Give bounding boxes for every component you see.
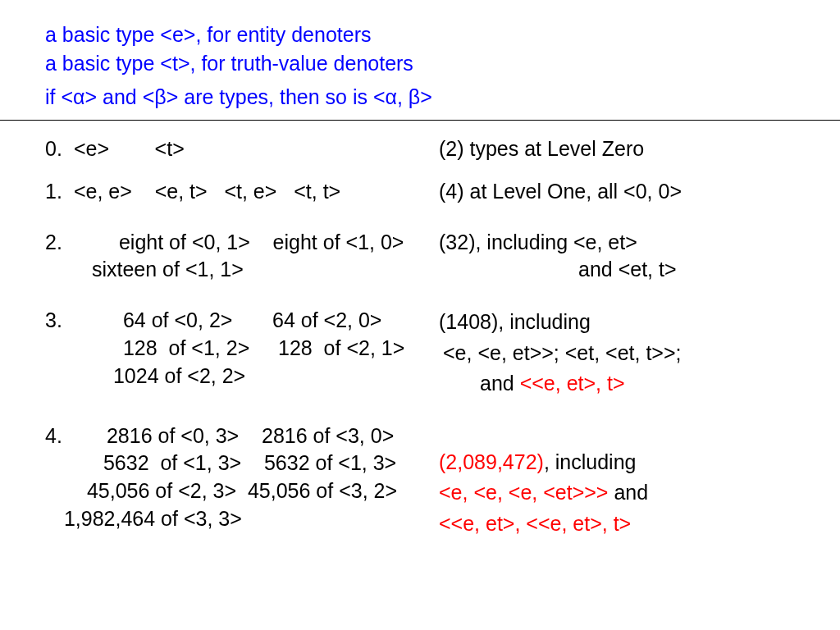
row-number: 3. (45, 307, 68, 335)
row-left-l2: 128 of <1, 2> 128 of <2, 1> (123, 335, 404, 363)
row-right-l1: (1408), including (439, 307, 795, 338)
row-right-l3-red: <<e, et>, t> (520, 372, 625, 395)
row-number: 1. (45, 178, 68, 206)
row-number: 0. (45, 135, 68, 163)
row-right-l1-b: , including (544, 450, 637, 473)
row-left-l3: 1024 of <2, 2> (113, 363, 404, 390)
row-right-l1: (32), including <e, et> (439, 229, 795, 257)
header-line-2: a basic type <t>, for truth-value denote… (45, 49, 795, 78)
level-3-row: 3. 64 of <0, 2> 64 of <2, 0> 128 of <1, … (45, 307, 795, 399)
row-left-l1: 64 of <0, 2> 64 of <2, 0> (123, 307, 404, 335)
row-left-l2: sixteen of <1, 1> (92, 256, 404, 284)
row-right-l2-red: <e, <e, <e, <et>>> (439, 481, 608, 504)
row-left-content: <e> <t> (74, 137, 185, 160)
row-right-l1-red: (2,089,472) (439, 450, 544, 473)
row-left-l2: 5632 of <1, 3> 5632 of <1, 3> (103, 450, 397, 477)
row-left-l4: 1,982,464 of <3, 3> (64, 505, 397, 533)
row-right-content: (2) types at Level Zero (439, 135, 795, 163)
level-2-row: 2. eight of <0, 1> eight of <1, 0> sixte… (45, 229, 795, 285)
level-4-row: 4. 2816 of <0, 3> 2816 of <3, 0> 5632 of… (45, 422, 795, 540)
row-right-l3: <<e, et>, <<e, et>, t> (439, 509, 795, 540)
header-line-3: if <α> and <β> are types, then so is <α,… (45, 83, 795, 112)
level-0-row: 0. <e> <t> (2) types at Level Zero (45, 135, 795, 163)
row-right-l2: <e, <e, et>>; <et, <et, t>>; (443, 338, 795, 369)
header-line-1: a basic type <e>, for entity denoters (45, 21, 795, 49)
row-right-l2: and <et, t> (578, 256, 795, 284)
row-left-l1: 2816 of <0, 3> 2816 of <3, 0> (107, 422, 397, 450)
row-left-content: <e, e> <e, t> <t, e> <t, t> (74, 180, 340, 203)
level-1-row: 1. <e, e> <e, t> <t, e> <t, t> (4) at Le… (45, 178, 795, 206)
row-right-l1: (2,089,472), including (439, 447, 795, 478)
row-right-l3: and <<e, et>, t> (480, 368, 795, 399)
row-number: 2. (45, 229, 68, 257)
row-right-l3-a: and (480, 372, 520, 395)
row-left-l1: eight of <0, 1> eight of <1, 0> (119, 229, 404, 257)
row-left-l3: 45,056 of <2, 3> 45,056 of <3, 2> (87, 477, 397, 505)
row-right-content: (4) at Level One, all <0, 0> (439, 178, 795, 206)
row-right-l2-b: and (608, 481, 648, 504)
divider (0, 120, 840, 121)
row-right-l2: <e, <e, <e, <et>>> and (439, 477, 795, 509)
slide: a basic type <e>, for entity denoters a … (0, 0, 840, 630)
row-number: 4. (45, 422, 68, 450)
